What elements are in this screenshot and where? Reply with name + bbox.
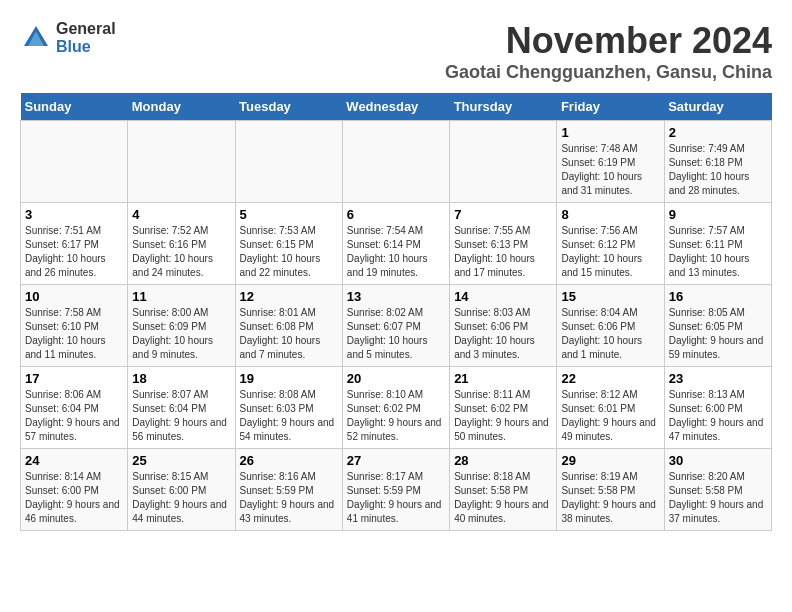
- calendar-cell: 9Sunrise: 7:57 AM Sunset: 6:11 PM Daylig…: [664, 203, 771, 285]
- calendar-cell: [235, 121, 342, 203]
- calendar-cell: 7Sunrise: 7:55 AM Sunset: 6:13 PM Daylig…: [450, 203, 557, 285]
- day-number: 27: [347, 453, 445, 468]
- weekday-header-row: SundayMondayTuesdayWednesdayThursdayFrid…: [21, 93, 772, 121]
- day-number: 24: [25, 453, 123, 468]
- day-info: Sunrise: 8:18 AM Sunset: 5:58 PM Dayligh…: [454, 470, 552, 526]
- calendar-week-row: 24Sunrise: 8:14 AM Sunset: 6:00 PM Dayli…: [21, 449, 772, 531]
- day-info: Sunrise: 8:05 AM Sunset: 6:05 PM Dayligh…: [669, 306, 767, 362]
- day-number: 22: [561, 371, 659, 386]
- calendar-cell: 11Sunrise: 8:00 AM Sunset: 6:09 PM Dayli…: [128, 285, 235, 367]
- logo-text: General Blue: [56, 20, 116, 55]
- day-info: Sunrise: 8:06 AM Sunset: 6:04 PM Dayligh…: [25, 388, 123, 444]
- calendar-cell: 13Sunrise: 8:02 AM Sunset: 6:07 PM Dayli…: [342, 285, 449, 367]
- weekday-header-thursday: Thursday: [450, 93, 557, 121]
- day-number: 5: [240, 207, 338, 222]
- title-section: November 2024 Gaotai Chengguanzhen, Gans…: [445, 20, 772, 83]
- day-info: Sunrise: 8:14 AM Sunset: 6:00 PM Dayligh…: [25, 470, 123, 526]
- calendar-cell: 16Sunrise: 8:05 AM Sunset: 6:05 PM Dayli…: [664, 285, 771, 367]
- calendar-cell: 2Sunrise: 7:49 AM Sunset: 6:18 PM Daylig…: [664, 121, 771, 203]
- calendar-cell: 4Sunrise: 7:52 AM Sunset: 6:16 PM Daylig…: [128, 203, 235, 285]
- calendar-week-row: 3Sunrise: 7:51 AM Sunset: 6:17 PM Daylig…: [21, 203, 772, 285]
- calendar-cell: 14Sunrise: 8:03 AM Sunset: 6:06 PM Dayli…: [450, 285, 557, 367]
- logo-general-text: General: [56, 20, 116, 38]
- calendar-cell: 28Sunrise: 8:18 AM Sunset: 5:58 PM Dayli…: [450, 449, 557, 531]
- calendar-cell: 15Sunrise: 8:04 AM Sunset: 6:06 PM Dayli…: [557, 285, 664, 367]
- day-number: 8: [561, 207, 659, 222]
- calendar-cell: 21Sunrise: 8:11 AM Sunset: 6:02 PM Dayli…: [450, 367, 557, 449]
- calendar-cell: 19Sunrise: 8:08 AM Sunset: 6:03 PM Dayli…: [235, 367, 342, 449]
- calendar-cell: 10Sunrise: 7:58 AM Sunset: 6:10 PM Dayli…: [21, 285, 128, 367]
- calendar-cell: 27Sunrise: 8:17 AM Sunset: 5:59 PM Dayli…: [342, 449, 449, 531]
- day-info: Sunrise: 8:12 AM Sunset: 6:01 PM Dayligh…: [561, 388, 659, 444]
- weekday-header-wednesday: Wednesday: [342, 93, 449, 121]
- weekday-header-friday: Friday: [557, 93, 664, 121]
- day-info: Sunrise: 7:55 AM Sunset: 6:13 PM Dayligh…: [454, 224, 552, 280]
- calendar-cell: 3Sunrise: 7:51 AM Sunset: 6:17 PM Daylig…: [21, 203, 128, 285]
- day-info: Sunrise: 7:57 AM Sunset: 6:11 PM Dayligh…: [669, 224, 767, 280]
- day-info: Sunrise: 8:04 AM Sunset: 6:06 PM Dayligh…: [561, 306, 659, 362]
- logo-blue-text: Blue: [56, 38, 116, 56]
- day-number: 2: [669, 125, 767, 140]
- weekday-header-monday: Monday: [128, 93, 235, 121]
- day-number: 10: [25, 289, 123, 304]
- calendar-cell: 26Sunrise: 8:16 AM Sunset: 5:59 PM Dayli…: [235, 449, 342, 531]
- day-info: Sunrise: 8:19 AM Sunset: 5:58 PM Dayligh…: [561, 470, 659, 526]
- calendar-week-row: 1Sunrise: 7:48 AM Sunset: 6:19 PM Daylig…: [21, 121, 772, 203]
- day-number: 9: [669, 207, 767, 222]
- day-number: 19: [240, 371, 338, 386]
- day-info: Sunrise: 7:58 AM Sunset: 6:10 PM Dayligh…: [25, 306, 123, 362]
- day-number: 23: [669, 371, 767, 386]
- calendar-cell: 18Sunrise: 8:07 AM Sunset: 6:04 PM Dayli…: [128, 367, 235, 449]
- calendar-cell: 8Sunrise: 7:56 AM Sunset: 6:12 PM Daylig…: [557, 203, 664, 285]
- day-number: 28: [454, 453, 552, 468]
- day-info: Sunrise: 8:02 AM Sunset: 6:07 PM Dayligh…: [347, 306, 445, 362]
- day-number: 18: [132, 371, 230, 386]
- day-number: 14: [454, 289, 552, 304]
- day-info: Sunrise: 8:03 AM Sunset: 6:06 PM Dayligh…: [454, 306, 552, 362]
- day-number: 20: [347, 371, 445, 386]
- page-header: General Blue November 2024 Gaotai Chengg…: [20, 20, 772, 83]
- day-number: 4: [132, 207, 230, 222]
- day-info: Sunrise: 8:01 AM Sunset: 6:08 PM Dayligh…: [240, 306, 338, 362]
- month-title: November 2024: [445, 20, 772, 62]
- day-info: Sunrise: 8:07 AM Sunset: 6:04 PM Dayligh…: [132, 388, 230, 444]
- calendar-cell: 24Sunrise: 8:14 AM Sunset: 6:00 PM Dayli…: [21, 449, 128, 531]
- calendar-cell: [128, 121, 235, 203]
- logo: General Blue: [20, 20, 116, 55]
- calendar-week-row: 10Sunrise: 7:58 AM Sunset: 6:10 PM Dayli…: [21, 285, 772, 367]
- day-number: 30: [669, 453, 767, 468]
- day-number: 3: [25, 207, 123, 222]
- calendar-cell: [342, 121, 449, 203]
- calendar-cell: 22Sunrise: 8:12 AM Sunset: 6:01 PM Dayli…: [557, 367, 664, 449]
- calendar-cell: 30Sunrise: 8:20 AM Sunset: 5:58 PM Dayli…: [664, 449, 771, 531]
- calendar-cell: 5Sunrise: 7:53 AM Sunset: 6:15 PM Daylig…: [235, 203, 342, 285]
- day-number: 21: [454, 371, 552, 386]
- logo-icon: [20, 22, 52, 54]
- day-info: Sunrise: 7:52 AM Sunset: 6:16 PM Dayligh…: [132, 224, 230, 280]
- calendar-cell: [450, 121, 557, 203]
- calendar-cell: 17Sunrise: 8:06 AM Sunset: 6:04 PM Dayli…: [21, 367, 128, 449]
- day-info: Sunrise: 8:11 AM Sunset: 6:02 PM Dayligh…: [454, 388, 552, 444]
- day-number: 15: [561, 289, 659, 304]
- day-number: 26: [240, 453, 338, 468]
- calendar-cell: 25Sunrise: 8:15 AM Sunset: 6:00 PM Dayli…: [128, 449, 235, 531]
- day-number: 29: [561, 453, 659, 468]
- day-info: Sunrise: 7:53 AM Sunset: 6:15 PM Dayligh…: [240, 224, 338, 280]
- weekday-header-sunday: Sunday: [21, 93, 128, 121]
- day-info: Sunrise: 8:10 AM Sunset: 6:02 PM Dayligh…: [347, 388, 445, 444]
- day-info: Sunrise: 8:13 AM Sunset: 6:00 PM Dayligh…: [669, 388, 767, 444]
- day-number: 17: [25, 371, 123, 386]
- calendar-cell: 1Sunrise: 7:48 AM Sunset: 6:19 PM Daylig…: [557, 121, 664, 203]
- calendar-table: SundayMondayTuesdayWednesdayThursdayFrid…: [20, 93, 772, 531]
- weekday-header-tuesday: Tuesday: [235, 93, 342, 121]
- day-info: Sunrise: 7:48 AM Sunset: 6:19 PM Dayligh…: [561, 142, 659, 198]
- day-info: Sunrise: 7:54 AM Sunset: 6:14 PM Dayligh…: [347, 224, 445, 280]
- day-info: Sunrise: 8:08 AM Sunset: 6:03 PM Dayligh…: [240, 388, 338, 444]
- calendar-cell: 23Sunrise: 8:13 AM Sunset: 6:00 PM Dayli…: [664, 367, 771, 449]
- day-number: 1: [561, 125, 659, 140]
- calendar-week-row: 17Sunrise: 8:06 AM Sunset: 6:04 PM Dayli…: [21, 367, 772, 449]
- calendar-cell: [21, 121, 128, 203]
- day-info: Sunrise: 7:51 AM Sunset: 6:17 PM Dayligh…: [25, 224, 123, 280]
- calendar-cell: 12Sunrise: 8:01 AM Sunset: 6:08 PM Dayli…: [235, 285, 342, 367]
- day-info: Sunrise: 8:00 AM Sunset: 6:09 PM Dayligh…: [132, 306, 230, 362]
